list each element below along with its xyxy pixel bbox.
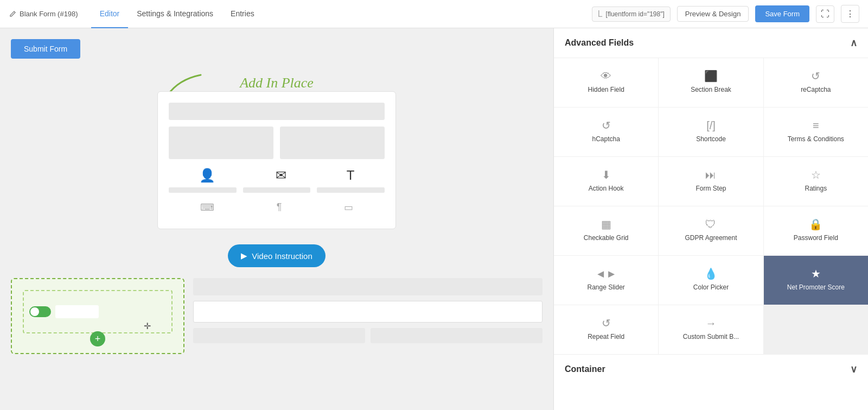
fp-label-2 xyxy=(243,187,311,193)
add-in-place-area: Add In Place 👤 ✉ T xyxy=(11,75,542,267)
color-picker-label: Color Picker xyxy=(693,283,729,292)
fp-label-1 xyxy=(169,187,237,193)
fp-icons-row: 👤 ✉ T xyxy=(169,168,385,183)
form-title-text: Blank Form (#198) xyxy=(20,10,78,18)
hcaptcha-icon: ↺ xyxy=(602,120,611,131)
rp-small-row xyxy=(193,328,542,343)
range-slider-label: Range Slider xyxy=(587,283,624,292)
fp-row xyxy=(169,127,385,159)
net-promoter-score-icon: ★ xyxy=(811,268,821,279)
fp-half-2 xyxy=(280,127,385,159)
field-item-section-break[interactable]: ⬛Section Break xyxy=(659,58,763,107)
password-field-label: Password Field xyxy=(794,234,838,243)
section-break-icon: ⬛ xyxy=(704,71,718,81)
container-section-header[interactable]: Container ∨ xyxy=(554,355,868,384)
video-btn-container: ▶ Video Instruction xyxy=(11,236,542,267)
right-preview xyxy=(193,278,542,354)
add-field-button[interactable]: + xyxy=(90,331,105,346)
text-icon: T xyxy=(347,168,355,183)
field-item-gdpr-agreement[interactable]: 🛡GDPR Agreement xyxy=(659,206,763,255)
container-section-title: Container xyxy=(565,364,605,374)
field-item-net-promoter-score[interactable]: ★Net Promoter Score xyxy=(764,256,868,305)
fp-input-1 xyxy=(169,103,385,120)
edit-icon xyxy=(9,10,16,18)
net-promoter-score-label: Net Promoter Score xyxy=(787,283,845,292)
advanced-fields-title: Advanced Fields xyxy=(565,38,634,48)
terms-conditions-label: Terms & Conditions xyxy=(788,135,844,144)
dda-toggle xyxy=(29,306,51,317)
shortcode-box[interactable]: L [fluentform id="198"] xyxy=(592,7,671,22)
field-item-color-picker[interactable]: 💧Color Picker xyxy=(659,256,763,305)
gdpr-agreement-label: GDPR Agreement xyxy=(685,234,737,243)
tab-entries[interactable]: Entries xyxy=(222,0,263,28)
checkable-grid-label: Checkable Grid xyxy=(584,234,629,243)
action-hook-icon: ⬇ xyxy=(602,169,611,180)
terms-conditions-icon: ≡ xyxy=(813,120,819,131)
advanced-fields-chevron: ∧ xyxy=(850,37,857,49)
field-item-repeat-field[interactable]: ↺Repeat Field xyxy=(554,305,658,354)
recaptcha-label: reCaptcha xyxy=(801,86,831,94)
add-in-place-label: Add In Place xyxy=(11,75,542,91)
video-btn-label: Video Instruction xyxy=(252,251,312,261)
tab-editor[interactable]: Editor xyxy=(91,0,129,28)
crosshair-icon: ✛ xyxy=(144,321,151,331)
tab-settings[interactable]: Settings & Integrations xyxy=(128,0,222,28)
custom-submit-btn-icon: → xyxy=(705,318,716,329)
video-instruction-button[interactable]: ▶ Video Instruction xyxy=(228,244,325,267)
save-form-button[interactable]: Save Form xyxy=(755,5,809,22)
field-grid: 👁Hidden Field⬛Section Break↺reCaptcha↺hC… xyxy=(554,58,868,355)
topbar-left: Blank Form (#198) Editor Settings & Inte… xyxy=(9,0,263,28)
ratings-label: Ratings xyxy=(805,185,827,193)
preview-design-button[interactable]: Preview & Design xyxy=(677,6,749,22)
section-break-label: Section Break xyxy=(691,86,731,94)
field-item-password-field[interactable]: 🔒Password Field xyxy=(764,206,868,255)
field-item-ratings[interactable]: ☆Ratings xyxy=(764,157,868,206)
topbar: Blank Form (#198) Editor Settings & Inte… xyxy=(0,0,868,28)
field-item-hcaptcha[interactable]: ↺hCaptcha xyxy=(554,108,658,156)
recaptcha-icon: ↺ xyxy=(811,71,820,81)
field-item-custom-submit-btn[interactable]: →Custom Submit B... xyxy=(659,305,763,354)
repeat-field-label: Repeat Field xyxy=(588,333,624,342)
custom-submit-btn-label: Custom Submit B... xyxy=(683,333,739,342)
topbar-right: L [fluentform id="198"] Preview & Design… xyxy=(592,5,859,23)
fp-label-rows xyxy=(169,187,385,193)
shortcode-icon: L xyxy=(598,9,603,19)
toggle-thumb xyxy=(30,307,39,316)
toggle-track xyxy=(29,306,51,317)
field-item-recaptcha[interactable]: ↺reCaptcha xyxy=(764,58,868,107)
form-step-label: Form Step xyxy=(695,185,726,193)
card-icon: ▭ xyxy=(344,201,353,213)
rp-bar-1 xyxy=(193,278,542,295)
shortcode-label: Shortcode xyxy=(696,135,726,144)
submit-form-button[interactable]: Submit Form xyxy=(11,39,80,59)
shortcode-text: [fluentform id="198"] xyxy=(606,10,665,18)
action-hook-label: Action Hook xyxy=(589,185,624,193)
hidden-field-label: Hidden Field xyxy=(588,86,624,94)
rp-small-2 xyxy=(371,328,542,343)
hcaptcha-label: hCaptcha xyxy=(592,135,620,144)
fullscreen-button[interactable]: ⛶ xyxy=(816,5,834,23)
drag-drop-area[interactable]: ✛ + xyxy=(11,278,184,354)
field-item-terms-conditions[interactable]: ≡Terms & Conditions xyxy=(764,108,868,156)
field-item-action-hook[interactable]: ⬇Action Hook xyxy=(554,157,658,206)
fp-label-3 xyxy=(317,187,385,193)
form-step-icon: ⏭ xyxy=(705,169,716,180)
more-options-button[interactable]: ⋮ xyxy=(841,5,859,23)
person-icon: 👤 xyxy=(199,168,215,183)
field-item-range-slider[interactable]: ◄►Range Slider xyxy=(554,256,658,305)
email-icon: ✉ xyxy=(276,168,286,183)
advanced-fields-header[interactable]: Advanced Fields ∧ xyxy=(554,28,868,58)
shortcode-icon: [/] xyxy=(706,120,716,131)
repeat-field-icon: ↺ xyxy=(602,318,611,329)
field-item-form-step[interactable]: ⏭Form Step xyxy=(659,157,763,206)
dda-white-box xyxy=(55,305,99,318)
right-panel: Advanced Fields ∧ 👁Hidden Field⬛Section … xyxy=(553,28,868,410)
main-layout: Submit Form Add In Place 👤 ✉ T xyxy=(0,28,868,410)
field-item-shortcode[interactable]: [/]Shortcode xyxy=(659,108,763,156)
field-item-checkable-grid[interactable]: ▦Checkable Grid xyxy=(554,206,658,255)
field-item-hidden-field[interactable]: 👁Hidden Field xyxy=(554,58,658,107)
editor-canvas: Submit Form Add In Place 👤 ✉ T xyxy=(0,28,553,410)
form-title: Blank Form (#198) xyxy=(9,10,78,18)
checkable-grid-icon: ▦ xyxy=(601,219,611,230)
gdpr-agreement-icon: 🛡 xyxy=(705,219,716,230)
